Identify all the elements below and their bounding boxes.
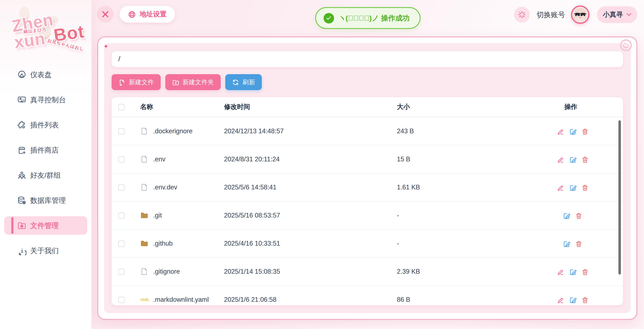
file-name: .env — [153, 155, 166, 163]
row-checkbox[interactable] — [118, 156, 124, 162]
row-checkbox[interactable] — [118, 212, 124, 219]
sidebar-item-dashboard[interactable]: 仪表盘 — [4, 65, 87, 84]
sidebar-item-label: 好友/群组 — [30, 170, 60, 180]
folder-gear-icon — [17, 221, 26, 230]
new-file-label: 新建文件 — [129, 78, 154, 86]
account-area: 切换账号 小真寻 — [514, 5, 637, 24]
modified-time: 2025/4/16 10:33:51 — [224, 240, 397, 247]
sidebar-item-console[interactable]: 真寻控制台 — [4, 90, 87, 109]
modified-time: 2025/5/16 08:53:57 — [224, 212, 397, 219]
file-name: .dockerignore — [153, 127, 192, 135]
folder-plus-icon — [172, 79, 179, 86]
people-icon — [17, 171, 26, 180]
edit-icon[interactable] — [563, 240, 570, 247]
sidebar-item-label: 仪表盘 — [30, 70, 52, 79]
row-checkbox[interactable] — [118, 184, 124, 191]
delete-icon[interactable] — [581, 268, 588, 275]
column-header-actions: 操作 — [552, 103, 623, 111]
sidebar-item-label: 插件商店 — [30, 145, 59, 155]
column-header-size: 大小 — [397, 103, 552, 111]
edit-icon[interactable] — [563, 212, 570, 219]
delete-icon[interactable] — [581, 296, 588, 303]
sidebar-item-plugin-list[interactable]: 插件列表 — [4, 116, 87, 134]
rename-icon[interactable] — [557, 156, 564, 163]
path-input[interactable] — [112, 51, 623, 67]
row-checkbox[interactable] — [118, 128, 124, 134]
app-logo: Zhen xun Bot 緒山まひろ お兄ちゃんはおし — [0, 3, 92, 62]
rename-icon[interactable] — [557, 128, 564, 135]
switch-account-button[interactable] — [514, 7, 530, 23]
delete-icon[interactable] — [581, 184, 588, 191]
row-checkbox[interactable] — [118, 240, 124, 247]
file-size: 2.39 KB — [397, 268, 552, 275]
globe-icon — [128, 10, 136, 18]
sidebar-item-label: 插件列表 — [30, 120, 59, 130]
content-panel: 新建文件 新建文件夹 刷新 名称 修改时间 — [97, 36, 637, 320]
table-row: .github 2025/4/16 10:33:51 - — [112, 230, 623, 258]
console-icon — [17, 95, 26, 104]
folder-icon — [140, 239, 148, 248]
rename-icon[interactable] — [557, 268, 564, 275]
file-size: 243 B — [397, 127, 552, 135]
table-row: .gitignore 2025/1/14 15:08:35 2.39 KB — [112, 258, 623, 286]
refresh-button[interactable]: 刷新 — [225, 74, 262, 90]
scrollbar-thumb[interactable] — [618, 120, 621, 275]
rename-icon[interactable] — [557, 184, 564, 191]
app-root: Zhen xun Bot 緒山まひろ お兄ちゃんはおし 仪表盘 真寻控制台 插件… — [0, 0, 644, 329]
rename-icon[interactable] — [557, 296, 564, 303]
file-icon — [140, 267, 148, 276]
new-file-button[interactable]: 新建文件 — [112, 74, 161, 90]
edit-icon[interactable] — [569, 296, 576, 303]
table-row: .dockerignore 2024/12/13 14:48:57 243 B — [112, 117, 623, 145]
sidebar-item-database[interactable]: 数据库管理 — [4, 191, 87, 210]
edit-icon[interactable] — [569, 156, 576, 163]
puzzle-icon — [17, 120, 26, 129]
address-settings-label: 地址设置 — [140, 10, 166, 19]
select-all-checkbox[interactable] — [118, 104, 124, 110]
file-size: - — [397, 240, 552, 247]
switch-account-label[interactable]: 切换账号 — [536, 10, 565, 19]
close-button[interactable] — [97, 6, 114, 23]
check-circle-icon — [324, 13, 334, 23]
chevron-down-icon — [626, 13, 632, 16]
refresh-icon — [232, 79, 239, 86]
gauge-icon — [17, 70, 26, 79]
row-checkbox[interactable] — [118, 269, 124, 275]
new-folder-button[interactable]: 新建文件夹 — [165, 74, 221, 90]
delete-icon[interactable] — [575, 212, 582, 219]
table-row: .env 2024/8/31 20:11:24 15 B — [112, 145, 623, 174]
sidebar-item-friends-groups[interactable]: 好友/群组 — [4, 166, 87, 184]
file-name: .markdownlint.yaml — [153, 296, 209, 304]
toolbar: 新建文件 新建文件夹 刷新 — [112, 74, 623, 90]
sidebar-item-label: 真寻控制台 — [30, 95, 66, 105]
avatar-image — [572, 7, 588, 23]
modified-time: 2024/8/31 20:11:24 — [224, 155, 397, 163]
main-area: 地址设置 ヽ(✿ﾟ▽ﾟ)ノ 操作成功 切换账号 小真寻 — [92, 0, 644, 329]
row-checkbox[interactable] — [118, 297, 124, 303]
sidebar-item-about[interactable]: 关于我们 — [4, 241, 87, 260]
file-size: 86 B — [397, 296, 552, 304]
delete-icon[interactable] — [575, 240, 582, 247]
sidebar-item-label: 数据库管理 — [30, 196, 66, 205]
sidebar-nav: 仪表盘 真寻控制台 插件列表 插件商店 好友/群组 数据库管理 — [0, 65, 92, 267]
sidebar-item-file-manager[interactable]: 文件管理 — [4, 216, 87, 235]
edit-icon[interactable] — [569, 268, 576, 275]
address-settings-button[interactable]: 地址设置 — [120, 6, 175, 23]
info-icon — [17, 246, 26, 255]
edit-icon[interactable] — [569, 184, 576, 191]
success-toast: ヽ(✿ﾟ▽ﾟ)ノ 操作成功 — [315, 7, 420, 29]
sparkle-icon — [102, 42, 110, 50]
folder-name: .github — [153, 240, 173, 247]
avatar[interactable] — [571, 5, 590, 24]
sidebar-item-plugin-store[interactable]: 插件商店 — [4, 141, 87, 159]
account-name-dropdown[interactable]: 小真寻 — [597, 6, 637, 23]
modified-time: 2025/1/6 21:06:58 — [224, 296, 397, 304]
sidebar-item-label: 关于我们 — [30, 246, 59, 256]
smiley-decoration-icon — [618, 37, 634, 53]
edit-icon[interactable] — [569, 128, 576, 135]
yaml-icon: YAML — [140, 296, 148, 304]
store-icon — [17, 145, 26, 155]
delete-icon[interactable] — [581, 156, 588, 163]
delete-icon[interactable] — [581, 128, 588, 135]
file-manager-panel: 新建文件 新建文件夹 刷新 名称 修改时间 — [104, 43, 630, 313]
